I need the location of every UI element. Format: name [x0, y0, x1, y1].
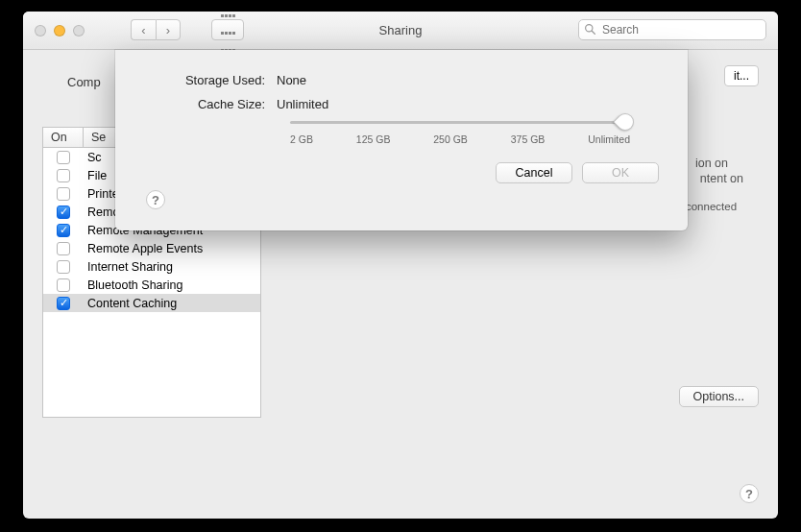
slider-tick-label: 125 GB	[356, 133, 391, 145]
service-label: Bluetooth Sharing	[84, 278, 260, 292]
service-checkbox[interactable]	[57, 151, 70, 164]
service-label: Content Caching	[84, 297, 260, 310]
service-checkbox[interactable]: ✓	[57, 206, 70, 219]
service-checkbox[interactable]	[57, 278, 70, 292]
slider-tick-label: 2 GB	[290, 133, 313, 145]
slider-tick-label: 250 GB	[433, 133, 468, 145]
service-row[interactable]: Bluetooth Sharing	[43, 276, 260, 294]
service-label: Remote Apple Events	[84, 242, 260, 255]
preferences-window: ‹ › Sharing Comp it... On S	[23, 12, 778, 519]
ok-button[interactable]: OK	[582, 162, 659, 183]
help-button-sheet[interactable]: ?	[146, 190, 165, 209]
storage-used-value: None	[277, 73, 306, 87]
service-row[interactable]: ✓Content Caching	[43, 294, 260, 312]
cancel-button[interactable]: Cancel	[496, 162, 572, 183]
service-checkbox[interactable]	[57, 260, 70, 274]
slider-tick-label: 375 GB	[511, 133, 546, 145]
service-row[interactable]: Internet Sharing	[43, 257, 260, 276]
search-input[interactable]	[578, 19, 766, 40]
help-button-main[interactable]: ?	[740, 484, 759, 503]
svg-line-1	[592, 31, 595, 34]
computer-name-label: Comp	[67, 75, 101, 89]
service-label: Internet Sharing	[84, 260, 260, 274]
slider-ticks: 2 GB125 GB250 GB375 GBUnlimited	[290, 133, 630, 145]
options-button[interactable]: Options...	[679, 386, 760, 407]
service-checkbox[interactable]	[57, 169, 70, 182]
cache-size-value: Unlimited	[277, 97, 328, 111]
storage-used-label: Storage Used:	[144, 73, 265, 87]
slider-knob[interactable]	[613, 109, 637, 133]
service-checkbox[interactable]	[57, 187, 70, 201]
service-checkbox[interactable]	[57, 242, 70, 255]
slider-track	[290, 121, 630, 124]
cache-size-sheet: Storage Used: None Cache Size: Unlimited…	[115, 50, 688, 230]
cache-slider[interactable]: 2 GB125 GB250 GB375 GBUnlimited	[290, 121, 630, 145]
edit-name-button[interactable]: it...	[724, 65, 759, 86]
slider-tick-label: Unlimited	[588, 133, 630, 145]
service-row[interactable]: Remote Apple Events	[43, 239, 260, 257]
col-service: Se	[84, 128, 113, 147]
service-checkbox[interactable]: ✓	[57, 224, 70, 237]
search-wrap	[578, 19, 766, 40]
service-checkbox[interactable]: ✓	[57, 297, 70, 310]
col-on: On	[43, 128, 84, 147]
cache-size-label: Cache Size:	[144, 97, 265, 111]
search-icon	[584, 23, 596, 38]
titlebar: ‹ › Sharing	[23, 12, 778, 50]
